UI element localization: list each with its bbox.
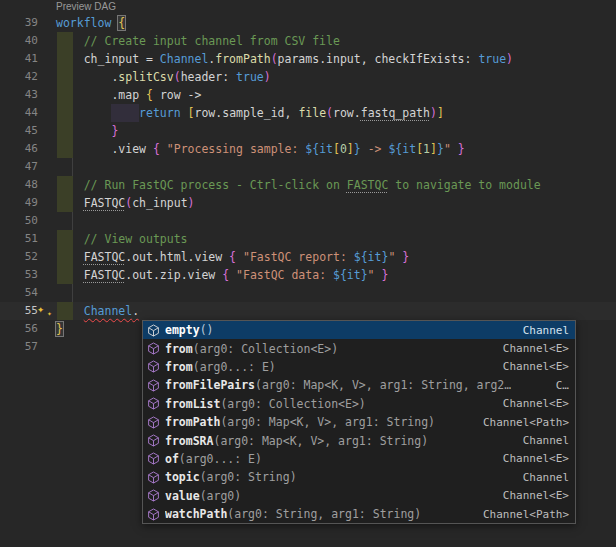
line-number: 45 [0,122,38,140]
line-number: 56 [0,320,38,338]
autocomplete-item-value[interactable]: value(arg0)Channel<E> [143,487,575,505]
line-number: 48 [0,176,38,194]
line-number: 40 [0,32,38,50]
code-text: // Run FastQC process - Ctrl-click on FA… [56,176,541,194]
code-editor[interactable]: Preview DAG 39workflow {40 // Create inp… [0,0,616,547]
code-line-39[interactable]: 39workflow { [0,14,616,32]
code-line-49[interactable]: 49 FASTQC(ch_input) [0,194,616,212]
suggestion-params: (arg0: Collection<E>) [220,397,365,411]
method-icon [147,379,160,392]
suggestion-label: fromSRA(arg0: Map<K, V>, arg1: String) [165,434,428,448]
code-line-44[interactable]: 44 return [row.sample_id, file(row.fastq… [0,104,616,122]
suggestion-return-type: Channel<E> [503,342,569,355]
code-line-42[interactable]: 42 .splitCsv(header: true) [0,68,616,86]
code-text: // Create input channel from CSV file [56,32,340,50]
line-number: 47 [0,158,38,176]
method-icon [147,452,160,465]
line-number: 46 [0,140,38,158]
suggestion-params: (arg0...: E) [193,360,276,374]
autocomplete-popup: empty()Channelfrom(arg0: Collection<E>)C… [142,320,576,524]
autocomplete-item-from[interactable]: from(arg0: Collection<E>)Channel<E> [143,339,575,357]
line-number: 50 [0,212,38,230]
autocomplete-item-watchPath[interactable]: watchPath(arg0: String, arg1: String)Cha… [143,505,575,523]
code-text: FASTQC.out.zip.view { "FastQC data: ${it… [56,266,388,284]
method-icon [147,434,160,447]
code-line-55[interactable]: 55✦✦ Channel. [0,302,616,320]
suggestion-params: (arg0: Map<K, V>, arg1: String, arg2… [255,378,511,392]
line-number: 51 [0,230,38,248]
suggestion-name: of [165,452,179,466]
autocomplete-item-fromSRA[interactable]: fromSRA(arg0: Map<K, V>, arg1: String)Ch… [143,431,575,449]
suggestion-return-type: Channel<Path> [483,508,569,521]
suggestion-params: (arg0: String, arg1: String) [227,507,421,521]
code-line-46[interactable]: 46 .view { "Processing sample: ${it[0]} … [0,140,616,158]
suggestion-name: topic [165,470,200,484]
suggestion-return-type: Channel [523,471,569,484]
suggestion-label: fromFilePairs(arg0: Map<K, V>, arg1: Str… [165,378,511,392]
suggestion-name: fromPath [165,415,220,429]
suggestion-label: fromPath(arg0: Map<K, V>, arg1: String) [165,415,435,429]
method-icon [147,360,160,373]
suggestion-return-type: Channel<Path> [483,416,569,429]
autocomplete-item-fromFilePairs[interactable]: fromFilePairs(arg0: Map<K, V>, arg1: Str… [143,376,575,394]
code-text: .map { row -> [56,86,201,104]
line-number: 54 [0,284,38,302]
suggestion-name: from [165,360,193,374]
autocomplete-item-fromList[interactable]: fromList(arg0: Collection<E>)Channel<E> [143,395,575,413]
code-line-51[interactable]: 51 // View outputs [0,230,616,248]
code-line-45[interactable]: 45 } [0,122,616,140]
suggestion-params: (arg0) [200,489,242,503]
autocomplete-item-empty[interactable]: empty()Channel [143,321,575,339]
suggestion-params: (arg0: String) [200,470,297,484]
suggestion-return-type: Channel [523,434,569,447]
code-text: // View outputs [56,230,188,248]
autocomplete-item-topic[interactable]: topic(arg0: String)Channel [143,468,575,486]
code-line-53[interactable]: 53 FASTQC.out.zip.view { "FastQC data: $… [0,266,616,284]
suggestion-params: (arg0: Map<K, V>, arg1: String) [220,415,435,429]
suggestion-params: (arg0...: E) [179,452,262,466]
code-line-43[interactable]: 43 .map { row -> [0,86,616,104]
suggestion-label: fromList(arg0: Collection<E>) [165,397,366,411]
suggestion-name: fromList [165,397,220,411]
copilot-sparkle-icon[interactable]: ✦✦ [37,303,57,319]
suggestion-return-type: Channel<E> [503,360,569,373]
code-line-52[interactable]: 52 FASTQC.out.html.view { "FastQC report… [0,248,616,266]
method-icon [147,508,160,521]
line-number: 52 [0,248,38,266]
suggestion-return-type: C… [556,379,569,392]
suggestion-label: of(arg0...: E) [165,452,262,466]
code-line-50[interactable]: 50 [0,212,616,230]
suggestion-return-type: Channel [523,324,569,337]
line-number: 42 [0,68,38,86]
line-number: 49 [0,194,38,212]
code-text: return [row.sample_id, file(row.fastq_pa… [56,104,444,122]
code-text: .splitCsv(header: true) [56,68,271,86]
line-number: 41 [0,50,38,68]
suggestion-name: from [165,342,193,356]
suggestion-name: empty [165,323,200,337]
line-number: 57 [0,338,38,356]
code-line-40[interactable]: 40 // Create input channel from CSV file [0,32,616,50]
code-line-47[interactable]: 47 [0,158,616,176]
code-text: FASTQC.out.html.view { "FastQC report: $… [56,248,409,266]
code-line-41[interactable]: 41 ch_input = Channel.fromPath(params.in… [0,50,616,68]
suggestion-return-type: Channel<E> [503,489,569,502]
suggestion-label: from(arg0...: E) [165,360,276,374]
code-lines: 39workflow {40 // Create input channel f… [0,14,616,356]
suggestion-params: (arg0: Map<K, V>, arg1: String) [213,434,428,448]
code-line-48[interactable]: 48 // Run FastQC process - Ctrl-click on… [0,176,616,194]
line-number: 44 [0,104,38,122]
autocomplete-item-from[interactable]: from(arg0...: E)Channel<E> [143,358,575,376]
autocomplete-item-of[interactable]: of(arg0...: E)Channel<E> [143,450,575,468]
code-line-54[interactable]: 54 [0,284,616,302]
code-text: } [56,122,118,140]
autocomplete-item-fromPath[interactable]: fromPath(arg0: Map<K, V>, arg1: String)C… [143,413,575,431]
indent-guide [72,158,73,176]
codelens-preview-dag[interactable]: Preview DAG [56,1,116,14]
code-text: ch_input = Channel.fromPath(params.input… [56,50,513,68]
code-text: workflow { [56,14,125,32]
indent-guide [72,212,73,230]
suggestion-return-type: Channel<E> [503,452,569,465]
method-icon [147,342,160,355]
method-icon [147,416,160,429]
